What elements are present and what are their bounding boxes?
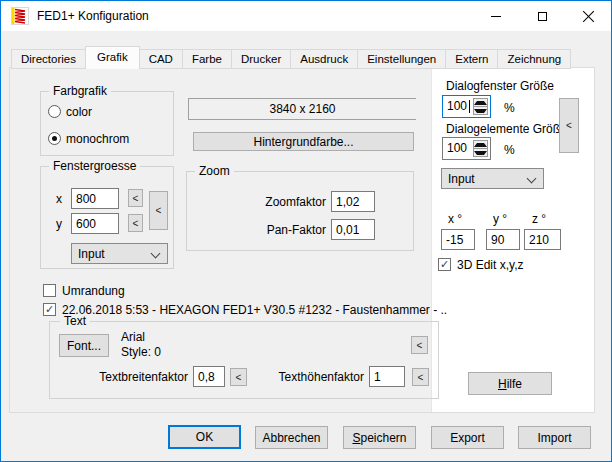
textbreitenfaktor-input[interactable] — [193, 366, 225, 387]
tab-ausdruck[interactable]: Ausdruck — [290, 49, 358, 69]
import-button[interactable]: Import — [518, 426, 591, 449]
tab-extern[interactable]: Extern — [445, 49, 498, 69]
dialogfenster-groesse-value: 100 — [447, 99, 467, 113]
checkbox-3d-edit-label[interactable]: 3D Edit x,y,z — [457, 258, 523, 272]
tab-strip: Directories Grafik CAD Farbe Drucker Aus… — [11, 46, 570, 69]
zoomfaktor-label: Zoomfaktor — [201, 195, 326, 209]
window-x-step-button[interactable]: < — [128, 189, 143, 207]
chevron-down-icon — [151, 249, 161, 259]
tab-farbe[interactable]: Farbe — [182, 49, 232, 69]
hintergrundfarbe-button[interactable]: Hintergrundfarbe... — [193, 132, 414, 151]
dialogfenster-groesse-spinner[interactable]: 100 — [442, 95, 491, 118]
font-name-label: Arial — [121, 330, 145, 344]
angle-y-label: y ° — [493, 212, 507, 226]
checkbox-umrandung[interactable] — [43, 284, 56, 297]
checkbox-info-stamp-label[interactable]: 22.06.2018 5:53 - HEXAGON FED1+ V30.5 #1… — [62, 303, 447, 317]
panfaktor-label: Pan-Faktor — [201, 223, 326, 237]
tab-einstellungen[interactable]: Einstellungen — [357, 49, 446, 69]
radio-color-label[interactable]: color — [66, 105, 92, 119]
texthoehenfaktor-input[interactable] — [369, 366, 405, 387]
radio-color[interactable] — [48, 105, 61, 118]
font-reset-button[interactable]: < — [411, 336, 428, 354]
spin-up-button[interactable] — [474, 141, 487, 149]
farbgrafik-group: Farbgrafik — [40, 91, 174, 156]
dialog-font-value: Input — [448, 172, 475, 186]
ok-button[interactable]: OK — [168, 425, 241, 449]
dialogfenster-groesse-label: Dialogfenster Größe — [446, 79, 554, 93]
window-x-input[interactable] — [71, 188, 119, 209]
arrow-down-icon — [474, 109, 487, 113]
app-spring-icon — [11, 7, 29, 25]
arrow-up-icon — [474, 143, 487, 147]
panfaktor-input[interactable] — [331, 219, 375, 240]
text-group-label: Text — [60, 314, 90, 328]
textbreitenfaktor-step-button[interactable]: < — [230, 368, 247, 386]
dialog-size-reset-button[interactable]: < — [559, 98, 579, 153]
arrow-up-icon — [474, 101, 487, 105]
farbgrafik-group-label: Farbgrafik — [49, 84, 111, 98]
dialog-window: FED1+ Konfiguration Directories Grafik C… — [0, 0, 612, 462]
texthoehenfaktor-label: Texthöhenfaktor — [259, 370, 364, 384]
window-size-mode-select[interactable]: Input — [71, 243, 168, 264]
tab-drucker[interactable]: Drucker — [231, 49, 291, 69]
zoom-group: Zoom — [186, 171, 414, 251]
window-y-input[interactable] — [71, 213, 119, 234]
maximize-button[interactable] — [519, 1, 565, 31]
window-x-label: x — [56, 192, 62, 206]
arrow-down-icon — [474, 151, 487, 155]
titlebar: FED1+ Konfiguration — [1, 1, 611, 31]
zoomfaktor-input[interactable] — [331, 191, 375, 212]
textbreitenfaktor-label: Textbreitenfaktor — [83, 370, 188, 384]
texthoehenfaktor-step-button[interactable]: < — [412, 368, 429, 386]
export-button[interactable]: Export — [431, 426, 504, 449]
window-size-link-button[interactable]: < — [149, 191, 168, 230]
angle-z-label: z ° — [532, 212, 546, 226]
dialogelemente-groesse-label: Dialogelemente Größe — [446, 122, 567, 136]
dialog-font-select[interactable]: Input — [441, 168, 544, 189]
close-button[interactable] — [565, 1, 611, 31]
radio-monochrom-label[interactable]: monochrom — [66, 132, 129, 146]
window-size-mode-value: Input — [78, 247, 105, 261]
tab-grafik[interactable]: Grafik — [85, 46, 140, 69]
spin-down-button[interactable] — [474, 149, 487, 156]
text-group: Text — [49, 321, 439, 399]
spin-buttons — [473, 98, 488, 115]
tab-directories[interactable]: Directories — [11, 49, 86, 69]
window-title: FED1+ Konfiguration — [37, 1, 149, 31]
angle-x-label: x ° — [448, 212, 462, 226]
dialogelemente-groesse-value: 100 — [447, 141, 467, 155]
fenstergroesse-group-label: Fenstergroesse — [49, 159, 140, 173]
dialogelemente-groesse-spinner[interactable]: 100 — [442, 137, 491, 160]
font-style-label: Style: 0 — [121, 345, 161, 359]
tab-cad[interactable]: CAD — [139, 49, 183, 69]
angle-z-input[interactable] — [524, 229, 561, 250]
speichern-button[interactable]: Speichern — [343, 426, 416, 449]
hilfe-button[interactable]: Hilfe — [468, 372, 552, 395]
font-button[interactable]: Font... — [59, 334, 109, 357]
minimize-button[interactable] — [473, 1, 519, 31]
percent-label: % — [504, 143, 515, 157]
close-icon — [582, 10, 595, 23]
spin-buttons — [473, 140, 488, 157]
checkbox-umrandung-label[interactable]: Umrandung — [62, 284, 125, 298]
tab-zeichnung[interactable]: Zeichnung — [497, 49, 571, 69]
resolution-value: 3840 x 2160 — [269, 102, 335, 116]
window-y-label: y — [56, 217, 62, 231]
resolution-panel: 3840 x 2160 — [188, 98, 416, 120]
check-icon: ✓ — [45, 303, 54, 315]
minimize-icon — [491, 16, 501, 17]
abbrechen-button[interactable]: Abbrechen — [255, 426, 328, 449]
radio-monochrom[interactable] — [48, 132, 61, 145]
spin-down-button[interactable] — [474, 107, 487, 114]
angle-y-input[interactable] — [486, 229, 520, 250]
zoom-group-label: Zoom — [195, 164, 234, 178]
angle-x-input[interactable] — [441, 229, 475, 250]
text-caret — [469, 100, 470, 113]
checkbox-info-stamp[interactable]: ✓ — [43, 303, 56, 316]
spin-up-button[interactable] — [474, 99, 487, 107]
check-icon: ✓ — [440, 258, 449, 270]
chevron-down-icon — [527, 174, 537, 184]
checkbox-3d-edit[interactable]: ✓ — [438, 258, 451, 271]
maximize-icon — [538, 12, 547, 21]
window-y-step-button[interactable]: < — [128, 214, 143, 232]
